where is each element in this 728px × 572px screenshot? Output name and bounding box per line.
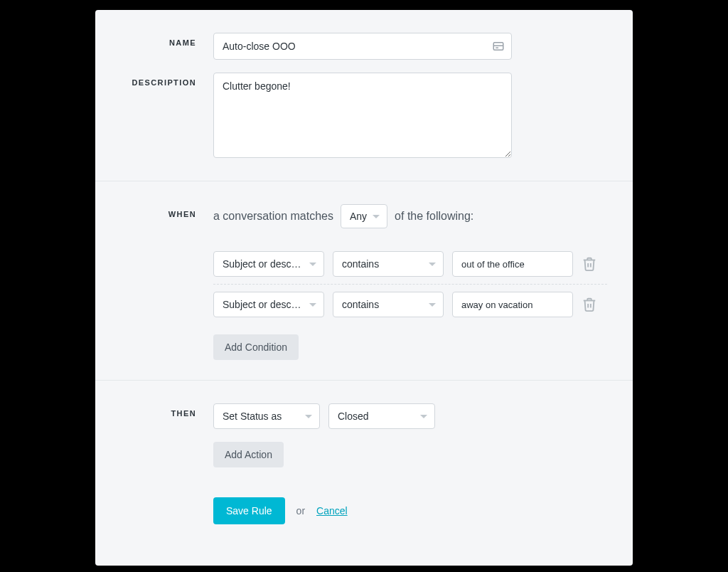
description-label: DESCRIPTION [121, 73, 213, 161]
condition-operator-value: contains [342, 258, 423, 270]
action-list: Set Status asClosed [213, 403, 607, 429]
description-textarea[interactable]: Clutter begone! [213, 73, 512, 158]
or-text: or [296, 505, 305, 517]
rule-editor-panel: NAME DESCRIPTION Clutter begone! [95, 10, 633, 566]
match-mode-select[interactable]: Any [341, 204, 387, 228]
name-input[interactable] [213, 33, 512, 60]
condition-field-value: Subject or desc… [223, 258, 304, 270]
then-label: THEN [121, 403, 213, 524]
section-identity: NAME DESCRIPTION Clutter begone! [95, 10, 633, 181]
cancel-link[interactable]: Cancel [316, 505, 348, 517]
section-then: THEN Set Status asClosed Add Action Save… [95, 380, 633, 544]
condition-row: Subject or desc…contains [213, 244, 607, 285]
add-condition-button[interactable]: Add Condition [213, 334, 299, 360]
condition-operator-select[interactable]: contains [333, 251, 444, 277]
action-value-value: Closed [338, 411, 369, 422]
condition-list: Subject or desc…containsSubject or desc…… [213, 244, 607, 324]
condition-value-input[interactable] [452, 251, 573, 277]
condition-field-select[interactable]: Subject or desc… [213, 292, 324, 317]
when-sentence-post: of the following: [395, 210, 473, 223]
condition-field-value: Subject or desc… [223, 299, 304, 310]
action-value-select[interactable]: Closed [328, 403, 435, 429]
match-mode-value: Any [350, 211, 367, 222]
chevron-down-icon [309, 263, 316, 266]
chevron-down-icon [305, 415, 312, 418]
trash-icon[interactable] [582, 297, 597, 312]
card-icon [492, 40, 505, 53]
condition-field-select[interactable]: Subject or desc… [213, 251, 324, 277]
action-type-value: Set Status as [223, 411, 282, 422]
condition-operator-select[interactable]: contains [333, 292, 444, 317]
add-action-button[interactable]: Add Action [213, 442, 284, 467]
action-type-select[interactable]: Set Status as [213, 403, 320, 429]
chevron-down-icon [429, 263, 436, 266]
action-row: Set Status asClosed [213, 403, 607, 429]
section-when: WHEN a conversation matches Any of the f… [95, 181, 633, 380]
chevron-down-icon [420, 415, 427, 418]
trash-icon[interactable] [582, 256, 597, 272]
submit-row: Save Rule or Cancel [213, 497, 607, 524]
when-sentence: a conversation matches Any of the follow… [213, 204, 607, 228]
when-sentence-pre: a conversation matches [213, 210, 333, 223]
chevron-down-icon [429, 303, 436, 307]
save-rule-button[interactable]: Save Rule [213, 497, 285, 524]
name-label: NAME [121, 33, 213, 60]
condition-value-input[interactable] [452, 292, 573, 317]
chevron-down-icon [373, 215, 380, 218]
chevron-down-icon [309, 303, 316, 307]
when-label: WHEN [121, 204, 213, 360]
condition-row: Subject or desc…contains [213, 285, 607, 324]
condition-operator-value: contains [342, 299, 423, 310]
